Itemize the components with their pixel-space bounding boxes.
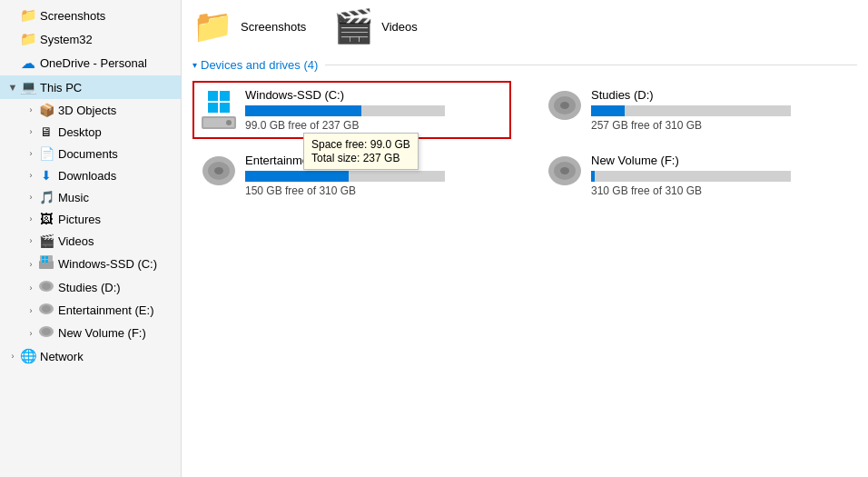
sidebar: 📁 Screenshots 📁 System32 ☁ OneDrive - Pe… — [0, 0, 182, 477]
folder-icon: 📁 — [192, 7, 233, 45]
drive-bar-fill — [245, 171, 349, 182]
music-icon: 🎵 — [38, 190, 54, 204]
sidebar-label: Screenshots — [40, 9, 105, 23]
expand-icon[interactable]: › — [24, 193, 38, 202]
expand-icon[interactable]: › — [24, 260, 38, 269]
cloud-icon: ☁ — [20, 55, 36, 72]
svg-rect-3 — [45, 256, 48, 259]
section-title: Devices and drives (4) — [201, 58, 318, 72]
drive-space: 310 GB free of 310 GB — [591, 184, 848, 197]
pictures-icon: 🖼 — [38, 212, 54, 226]
documents-icon: 📄 — [38, 146, 54, 161]
drive-bar-bg — [591, 171, 791, 182]
sidebar-label: Music — [58, 191, 89, 204]
expand-icon[interactable]: › — [24, 283, 38, 293]
downloads-icon: ⬇ — [38, 168, 54, 183]
sidebar-item-downloads[interactable]: › ⬇ Downloads — [20, 164, 181, 186]
sidebar-label: Network — [40, 350, 84, 363]
svg-point-21 — [560, 102, 569, 109]
windows-ssd-icon — [38, 255, 54, 273]
item-label: Screenshots — [241, 20, 306, 34]
video-icon: 🎬 — [333, 7, 374, 45]
sidebar-item-3d-objects[interactable]: › 📦 3D Objects — [20, 99, 181, 121]
sidebar-label: Documents — [58, 147, 118, 161]
drive-space: 257 GB free of 310 GB — [591, 119, 848, 132]
sidebar-item-desktop[interactable]: › 🖥 Desktop — [20, 121, 181, 143]
drive-bar-bg — [245, 171, 445, 182]
devices-section-header: ▾ Devices and drives (4) — [192, 58, 857, 72]
sidebar-label: Pictures — [58, 213, 101, 226]
chevron-icon[interactable]: ▾ — [192, 60, 197, 70]
hdd-icon — [38, 280, 54, 295]
sidebar-label: OneDrive - Personal — [40, 56, 147, 70]
drive-name: Studies (D:) — [591, 88, 848, 102]
svg-rect-4 — [42, 260, 44, 263]
sidebar-item-entertainment-e[interactable]: › Entertainment (E:) — [20, 299, 181, 322]
drive-name: Windows-SSD (C:) — [245, 88, 502, 102]
drive-info-entertainment-e: Entertainment (E:) 150 GB free of 310 GB — [245, 154, 502, 197]
svg-rect-13 — [220, 91, 230, 101]
expand-icon[interactable]: › — [24, 171, 38, 180]
sidebar-item-system32[interactable]: 📁 System32 — [0, 27, 181, 51]
hdd-drive-icon — [202, 155, 236, 194]
expand-icon[interactable]: › — [24, 236, 38, 245]
svg-point-24 — [214, 167, 223, 174]
folder-icon: 📁 — [20, 7, 36, 24]
expand-icon[interactable]: › — [24, 306, 38, 315]
sidebar-label: 3D Objects — [58, 104, 116, 117]
drive-item-windows-ssd[interactable]: Windows-SSD (C:) 99.0 GB free of 237 GB … — [192, 81, 511, 139]
drive-bar-fill — [591, 105, 625, 116]
drive-info-studies-d: Studies (D:) 257 GB free of 310 GB — [591, 88, 848, 132]
drive-item-studies-d[interactable]: Studies (D:) 257 GB free of 310 GB — [538, 81, 857, 139]
expand-icon[interactable]: › — [24, 149, 38, 158]
svg-rect-14 — [208, 103, 218, 113]
3d-objects-icon: 📦 — [38, 103, 54, 117]
sidebar-item-pictures[interactable]: › 🖼 Pictures — [20, 208, 181, 230]
sidebar-item-new-volume-f[interactable]: › New Volume (F:) — [20, 322, 181, 344]
top-items-row: 📁 Screenshots 🎬 Videos — [192, 7, 857, 45]
expand-icon[interactable]: › — [24, 214, 38, 224]
sidebar-item-music[interactable]: › 🎵 Music — [20, 186, 181, 208]
sidebar-item-videos[interactable]: › 🎬 Videos — [20, 230, 181, 252]
folder-icon: 📁 — [20, 31, 36, 47]
svg-point-18 — [226, 120, 232, 125]
drive-space: 99.0 GB free of 237 GB — [245, 119, 502, 132]
expand-icon[interactable]: › — [24, 105, 38, 114]
svg-rect-15 — [220, 103, 230, 113]
drive-item-new-volume-f[interactable]: New Volume (F:) 310 GB free of 310 GB — [538, 146, 857, 204]
sidebar-label: Downloads — [58, 169, 116, 183]
svg-point-7 — [42, 283, 51, 290]
sidebar-item-studies-d[interactable]: › Studies (D:) — [20, 276, 181, 299]
svg-rect-2 — [42, 256, 44, 259]
expand-icon[interactable]: › — [5, 352, 20, 361]
sidebar-item-network[interactable]: › 🌐 Network — [0, 344, 181, 368]
sidebar-item-windows-ssd[interactable]: › Windows-SSD (C:) — [20, 252, 181, 276]
svg-point-27 — [560, 167, 569, 174]
expand-arrow-icon[interactable]: ▼ — [5, 82, 20, 93]
top-item-screenshots[interactable]: 📁 Screenshots — [192, 7, 306, 45]
sidebar-item-screenshots[interactable]: 📁 Screenshots — [0, 4, 181, 27]
windows-ssd-drive-icon — [202, 90, 236, 129]
drive-info-new-volume-f: New Volume (F:) 310 GB free of 310 GB — [591, 154, 848, 197]
drive-bar-bg — [591, 105, 791, 116]
svg-rect-12 — [208, 91, 218, 101]
sidebar-label: Videos — [58, 234, 94, 248]
item-label: Videos — [381, 20, 418, 34]
sidebar-label: Entertainment (E:) — [58, 303, 154, 317]
videos-icon: 🎬 — [38, 234, 54, 248]
expand-icon[interactable]: › — [24, 329, 38, 338]
drives-grid: Windows-SSD (C:) 99.0 GB free of 237 GB … — [192, 81, 857, 204]
svg-point-11 — [42, 328, 51, 335]
sidebar-item-onedrive[interactable]: ☁ OneDrive - Personal — [0, 51, 181, 75]
top-item-videos[interactable]: 🎬 Videos — [333, 7, 418, 45]
sidebar-item-documents[interactable]: › 📄 Documents — [20, 143, 181, 164]
drive-item-entertainment-e[interactable]: Entertainment (E:) 150 GB free of 310 GB — [192, 146, 511, 204]
drive-bar-fill — [591, 171, 595, 182]
section-divider — [325, 65, 857, 65]
drive-info-windows-ssd: Windows-SSD (C:) 99.0 GB free of 237 GB — [245, 88, 502, 132]
sidebar-label: New Volume (F:) — [58, 326, 146, 340]
sidebar-item-this-pc[interactable]: ▼ 💻 This PC — [0, 75, 181, 99]
hdd-drive-icon — [547, 90, 582, 128]
expand-icon[interactable]: › — [24, 127, 38, 136]
sidebar-label: System32 — [40, 33, 93, 46]
